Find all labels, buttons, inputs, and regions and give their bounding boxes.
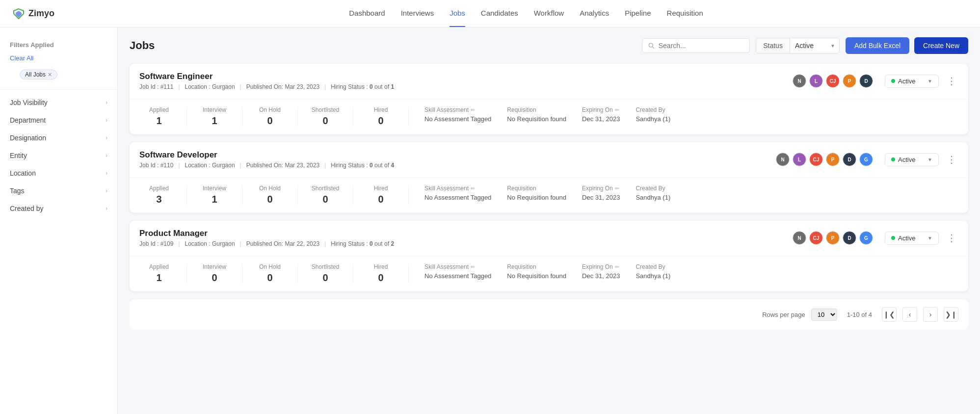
job-card-header: Software Developer Job Id : #110 | Locat… xyxy=(130,142,968,174)
requisition-value: No Requisition found xyxy=(507,115,566,123)
tag-close-icon[interactable]: ✕ xyxy=(48,72,52,78)
extra-info: Skill Assessment ✏ No Assessment Tagged … xyxy=(424,185,958,201)
page-title: Jobs xyxy=(130,39,155,52)
chevron-right-icon: › xyxy=(106,187,107,194)
skill-edit-icon[interactable]: ✏ xyxy=(471,107,475,113)
next-page-button[interactable]: › xyxy=(923,307,938,322)
main-content: Jobs Status Active Inactive Draft xyxy=(118,27,980,414)
job-status-dropdown[interactable]: Active ▼ xyxy=(885,232,939,245)
all-jobs-tag[interactable]: All Jobs ✕ xyxy=(20,70,57,79)
sidebar-item-designation[interactable]: Designation› xyxy=(0,129,117,147)
job-meta: Job Id : #110 | Location : Gurgaon | Pub… xyxy=(139,162,770,169)
create-new-button[interactable]: Create New xyxy=(914,37,968,54)
created-by-group: Created By Sandhya (1) xyxy=(636,263,670,280)
portal-avatar-naukri[interactable]: N xyxy=(776,153,790,166)
chevron-right-icon: › xyxy=(106,134,107,141)
stat-on-hold: On Hold 0 xyxy=(250,263,290,284)
sidebar-item-label: Tags xyxy=(10,187,25,195)
job-more-button[interactable]: ⋮ xyxy=(945,75,958,87)
stat-divider-1 xyxy=(186,106,187,127)
nav-link-requisition[interactable]: Requisition xyxy=(667,0,703,27)
sidebar-item-entity[interactable]: Entity› xyxy=(0,147,117,164)
first-page-button[interactable]: ❙❮ xyxy=(882,307,897,322)
portal-avatar-naukri[interactable]: N xyxy=(793,74,806,88)
on-hold-value: 0 xyxy=(267,194,272,205)
search-input[interactable] xyxy=(659,42,743,50)
interview-value: 1 xyxy=(212,194,217,205)
portal-avatar-linkedin[interactable]: L xyxy=(809,74,823,88)
sidebar-item-tags[interactable]: Tags› xyxy=(0,182,117,200)
job-more-button[interactable]: ⋮ xyxy=(945,154,958,165)
nav-link-pipeline[interactable]: Pipeline xyxy=(625,0,651,27)
on-hold-value: 0 xyxy=(267,272,272,284)
add-bulk-excel-button[interactable]: Add Bulk Excel xyxy=(846,37,909,54)
portal-avatar-placementindia[interactable]: P xyxy=(843,74,856,88)
expiring-on-label: Expiring On ✏ xyxy=(582,263,620,270)
nav-link-interviews[interactable]: Interviews xyxy=(401,0,434,27)
job-card: Software Developer Job Id : #110 | Locat… xyxy=(130,142,968,213)
requisition-value: No Requisition found xyxy=(507,272,566,280)
nav-link-analytics[interactable]: Analytics xyxy=(580,0,609,27)
hired-label: Hired xyxy=(374,263,388,270)
job-status-dropdown[interactable]: Active ▼ xyxy=(885,153,939,166)
portal-avatar-placementindia[interactable]: P xyxy=(826,153,840,166)
portal-avatar-drjobs[interactable]: D xyxy=(859,74,873,88)
requisition-label: Requisition xyxy=(507,185,566,192)
skill-assessment-value: No Assessment Tagged xyxy=(424,194,491,201)
logo[interactable]: Zimyo xyxy=(12,7,54,21)
applied-value: 1 xyxy=(156,272,161,284)
portal-avatar-google[interactable]: G xyxy=(859,153,873,166)
portal-avatar-drjobs[interactable]: D xyxy=(843,153,856,166)
nav-link-jobs[interactable]: Jobs xyxy=(450,0,465,27)
rows-per-page-select[interactable]: 10 20 50 xyxy=(811,309,837,321)
job-hiring-status: Hiring Status : 0 out of 4 xyxy=(331,162,394,169)
stat-divider-2 xyxy=(242,106,242,127)
stat-on-hold: On Hold 0 xyxy=(250,106,290,127)
job-card-stats: Applied 1 Interview 0 On Hold 0 Shortlis… xyxy=(130,256,968,291)
nav-link-candidates[interactable]: Candidates xyxy=(481,0,518,27)
applied-label: Applied xyxy=(149,185,169,192)
job-status-text: Active xyxy=(898,78,925,85)
skill-edit-icon[interactable]: ✏ xyxy=(471,185,475,192)
clear-all-button[interactable]: Clear All xyxy=(0,52,117,66)
skill-edit-icon[interactable]: ✏ xyxy=(471,264,475,270)
job-card-header: Product Manager Job Id : #109 | Location… xyxy=(130,221,968,252)
job-status-dropdown[interactable]: Active ▼ xyxy=(885,75,939,88)
skill-assessment-group: Skill Assessment ✏ No Assessment Tagged xyxy=(424,106,491,123)
portal-avatar-placementindia[interactable]: P xyxy=(826,231,840,245)
applied-label: Applied xyxy=(149,106,169,113)
chevron-right-icon: › xyxy=(106,152,107,159)
expiring-on-label: Expiring On ✏ xyxy=(582,185,620,192)
sidebar-item-department[interactable]: Department› xyxy=(0,111,117,129)
created-by-group: Created By Sandhya (1) xyxy=(636,106,670,123)
nav-link-dashboard[interactable]: Dashboard xyxy=(349,0,385,27)
sidebar-item-job-visibility[interactable]: Job Visibility› xyxy=(0,94,117,111)
portal-avatar-cutshort[interactable]: CJ xyxy=(826,74,840,88)
portal-avatar-drjobs[interactable]: D xyxy=(843,231,856,245)
expiry-edit-icon[interactable]: ✏ xyxy=(615,107,619,113)
last-page-button[interactable]: ❯❙ xyxy=(944,307,958,322)
portal-avatar-cutshort[interactable]: CJ xyxy=(809,231,823,245)
job-more-button[interactable]: ⋮ xyxy=(945,232,958,244)
job-location: Location : Gurgaon xyxy=(185,83,235,90)
sidebar-item-location[interactable]: Location› xyxy=(0,164,117,182)
created-by-label: Created By xyxy=(636,263,670,270)
search-box[interactable] xyxy=(642,38,750,53)
sidebar-item-created-by[interactable]: Created by› xyxy=(0,200,117,217)
expiry-edit-icon[interactable]: ✏ xyxy=(615,185,619,192)
portal-avatar-naukri[interactable]: N xyxy=(793,231,806,245)
job-card-stats: Applied 3 Interview 1 On Hold 0 Shortlis… xyxy=(130,178,968,213)
hired-value: 0 xyxy=(378,272,383,284)
status-dot xyxy=(891,79,895,83)
prev-page-button[interactable]: ‹ xyxy=(902,307,917,322)
status-chevron-icon: ▼ xyxy=(927,78,932,84)
requisition-label: Requisition xyxy=(507,106,566,113)
expiry-edit-icon[interactable]: ✏ xyxy=(615,264,619,270)
nav-link-workflow[interactable]: Workflow xyxy=(534,0,564,27)
chevron-right-icon: › xyxy=(106,99,107,106)
status-select[interactable]: Active Inactive Draft xyxy=(790,38,839,53)
portal-avatar-cutshort[interactable]: CJ xyxy=(809,153,823,166)
portal-avatar-linkedin[interactable]: L xyxy=(793,153,806,166)
portal-avatar-google[interactable]: G xyxy=(859,231,873,245)
job-id: Job Id : #109 xyxy=(139,240,173,247)
